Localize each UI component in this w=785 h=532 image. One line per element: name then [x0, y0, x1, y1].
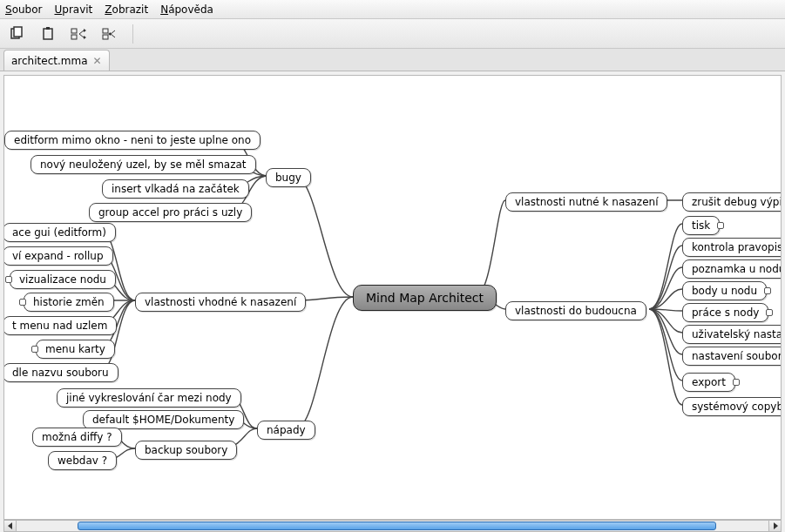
- node-bugy[interactable]: bugy: [266, 168, 311, 187]
- node-vv-child-0[interactable]: ace gui (editform): [4, 223, 116, 242]
- node-napady[interactable]: nápady: [257, 421, 315, 440]
- tab-title: architect.mma: [11, 55, 88, 67]
- svg-rect-8: [103, 29, 108, 33]
- tab-architect[interactable]: architect.mma ✕: [3, 50, 110, 71]
- node-bugy-child-0[interactable]: editform mimo okno - neni to jeste uplne…: [4, 131, 261, 150]
- svg-rect-4: [71, 29, 77, 33]
- handle-icon[interactable]: [5, 276, 12, 283]
- collapse-all-icon[interactable]: [101, 24, 120, 44]
- node-bud-child-2[interactable]: poznamka u nodu: [682, 259, 781, 279]
- node-budoucna[interactable]: vlastnosti do budoucna: [505, 301, 646, 320]
- menu-edit[interactable]: Upravit: [54, 3, 92, 16]
- node-root[interactable]: Mind Map Architect: [353, 285, 497, 311]
- svg-rect-2: [44, 29, 52, 39]
- menubar: Soubor Upravit Zobrazit Nápověda: [0, 0, 785, 19]
- copy-icon[interactable]: [7, 24, 26, 44]
- close-icon[interactable]: ✕: [93, 55, 102, 67]
- scroll-right-icon[interactable]: [768, 521, 781, 531]
- node-bud-child-0[interactable]: tisk: [682, 216, 720, 235]
- node-bud-child-8[interactable]: systémový copybor: [682, 397, 781, 416]
- node-vv-child-5[interactable]: menu karty: [36, 340, 115, 359]
- svg-rect-9: [103, 35, 108, 39]
- scroll-thumb[interactable]: [78, 522, 716, 530]
- node-vv-child-2[interactable]: vizualizace nodu: [10, 270, 116, 289]
- node-bugy-child-1[interactable]: nový neuložený uzel, by se měl smazat: [30, 155, 256, 174]
- node-bud-child-4[interactable]: práce s nody: [682, 303, 768, 322]
- node-bud-child-6[interactable]: nastavení souboru: [682, 347, 781, 366]
- svg-marker-12: [774, 522, 778, 529]
- handle-icon[interactable]: [766, 309, 773, 316]
- svg-rect-5: [71, 35, 77, 39]
- node-nutne-child-0[interactable]: zrušit debug výpisy: [682, 192, 781, 212]
- scroll-left-icon[interactable]: [4, 521, 17, 531]
- node-bud-child-3[interactable]: body u nodu: [682, 281, 767, 300]
- svg-marker-11: [8, 522, 12, 529]
- node-backup[interactable]: backup soubory: [135, 441, 237, 460]
- canvas-wrap: Mind Map Architect bugy editform mimo ok…: [3, 75, 782, 520]
- svg-marker-7: [84, 36, 86, 39]
- node-vv-child-1[interactable]: ví expand - rollup: [4, 246, 113, 266]
- handle-icon[interactable]: [733, 379, 740, 386]
- node-backup-child-1[interactable]: webdav ?: [48, 451, 117, 470]
- node-bugy-child-3[interactable]: group accel pro práci s uzly: [89, 203, 252, 222]
- menu-file[interactable]: Soubor: [5, 3, 42, 16]
- node-napady-child-1[interactable]: default $HOME/Dokumenty: [83, 410, 244, 429]
- scroll-track[interactable]: [17, 521, 768, 531]
- menu-view[interactable]: Zobrazit: [105, 3, 148, 16]
- node-napady-child-0[interactable]: jiné vykreslování čar mezi nody: [57, 388, 241, 407]
- node-vv-child-6[interactable]: dle nazvu souboru: [4, 363, 118, 382]
- node-bugy-child-2[interactable]: insert vlkadá na začátek: [102, 179, 249, 199]
- node-vv-child-3[interactable]: historie změn: [24, 293, 114, 312]
- menu-help[interactable]: Nápověda: [160, 3, 213, 16]
- node-bud-child-5[interactable]: uživatelský nastave: [682, 325, 781, 344]
- handle-icon[interactable]: [717, 222, 724, 229]
- node-backup-child-0[interactable]: možná diffy ?: [32, 428, 122, 447]
- tabbar: architect.mma ✕: [0, 49, 785, 71]
- node-vlastnosti-vhodne[interactable]: vlastnosti vhodné k nasazení: [135, 293, 306, 312]
- handle-icon[interactable]: [764, 287, 771, 294]
- handle-icon[interactable]: [31, 346, 38, 353]
- svg-rect-1: [14, 27, 22, 37]
- node-bud-child-7[interactable]: export: [682, 373, 735, 392]
- node-bud-child-1[interactable]: kontrola pravopisu: [682, 238, 781, 257]
- handle-icon[interactable]: [19, 299, 26, 306]
- node-vv-child-4[interactable]: t menu nad uzlem: [4, 316, 117, 335]
- root-label: Mind Map Architect: [366, 291, 484, 305]
- paste-icon[interactable]: [38, 24, 58, 44]
- mindmap-canvas[interactable]: Mind Map Architect bugy editform mimo ok…: [4, 76, 781, 519]
- node-nutne[interactable]: vlastnosti nutné k nasazení: [505, 192, 667, 212]
- toolbar-separator: [132, 24, 133, 44]
- expand-all-icon[interactable]: [70, 24, 89, 44]
- svg-marker-6: [84, 29, 86, 32]
- toolbar: [0, 19, 785, 49]
- svg-rect-3: [46, 27, 50, 30]
- horizontal-scrollbar[interactable]: [3, 520, 782, 532]
